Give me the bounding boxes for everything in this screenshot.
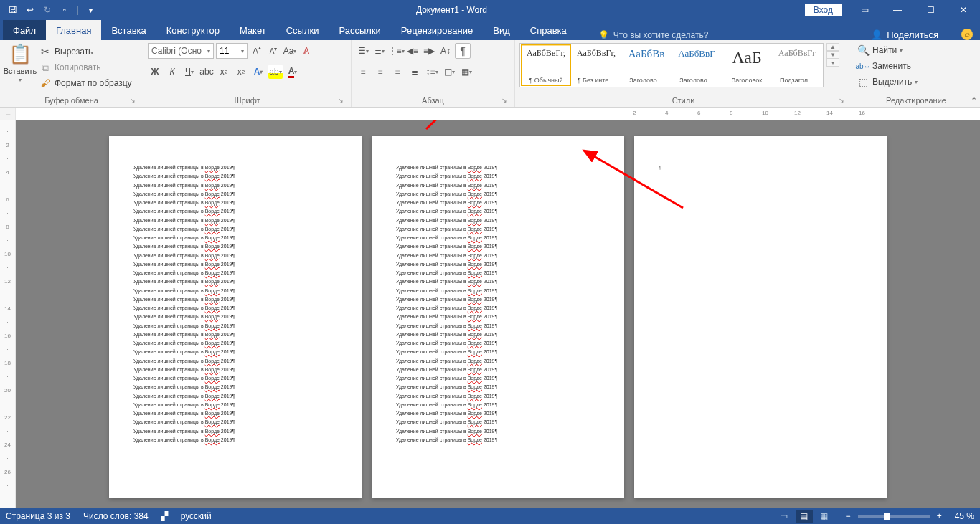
text-line[interactable]: Удаление лишней страницы в Ворде 2019¶	[396, 374, 600, 383]
text-line[interactable]: Удаление лишней страницы в Ворде 2019¶	[396, 339, 600, 348]
bold-icon[interactable]: Ж	[148, 65, 162, 79]
undo-icon[interactable]: ↩	[22, 1, 39, 19]
text-line[interactable]: Удаление лишней страницы в Ворде 2019¶	[396, 260, 600, 269]
zoom-in-button[interactable]: +	[937, 511, 942, 521]
text-line[interactable]: Удаление лишней страницы в Ворде 2019¶	[396, 357, 600, 366]
proofing-icon[interactable]: ▞	[161, 511, 168, 521]
show-paragraph-marks-icon[interactable]: ¶	[455, 43, 471, 59]
text-line[interactable]: Удаление лишней страницы в Ворде 2019¶	[133, 295, 337, 304]
text-line[interactable]: Удаление лишней страницы в Ворде 2019¶	[396, 287, 600, 295]
increase-indent-icon[interactable]: ≡▶	[422, 44, 436, 58]
new-doc-icon[interactable]: ▫	[56, 1, 73, 19]
text-line[interactable]: Удаление лишней страницы в Ворде 2019¶	[133, 357, 337, 366]
align-left-icon[interactable]: ≡	[356, 65, 370, 79]
text-line[interactable]: Удаление лишней страницы в Ворде 2019¶	[396, 163, 600, 172]
font-size-select[interactable]: 11▾	[216, 43, 248, 59]
text-line[interactable]: Удаление лишней страницы в Ворде 2019¶	[133, 401, 337, 409]
styles-expand-icon[interactable]: ▾	[826, 59, 839, 67]
text-line[interactable]: Удаление лишней страницы в Ворде 2019¶	[396, 207, 600, 216]
shading-icon[interactable]: ◫▾	[442, 65, 456, 79]
text-line[interactable]: Удаление лишней страницы в Ворде 2019¶	[133, 374, 337, 383]
page-2[interactable]: Удаление лишней страницы в Ворде 2019¶Уд…	[372, 136, 624, 498]
text-line[interactable]: Удаление лишней страницы в Ворде 2019¶	[396, 216, 600, 225]
language-indicator[interactable]: русский	[181, 511, 212, 521]
text-line[interactable]: Удаление лишней страницы в Ворде 2019¶	[396, 348, 600, 356]
text-line[interactable]: Удаление лишней страницы в Ворде 2019¶	[133, 313, 337, 321]
style-item[interactable]: АаБбВвГЗаголово…	[672, 44, 722, 86]
tab-view[interactable]: Вид	[483, 20, 520, 40]
print-layout-icon[interactable]: ▤	[796, 510, 813, 523]
format-painter-button[interactable]: 🖌Формат по образцу	[39, 76, 132, 90]
text-line[interactable]: Удаление лишней страницы в Ворде 2019¶	[396, 418, 600, 427]
text-line[interactable]: Удаление лишней страницы в Ворде 2019¶	[396, 242, 600, 251]
word-count[interactable]: Число слов: 384	[83, 511, 149, 521]
text-line[interactable]: Удаление лишней страницы в Ворде 2019¶	[133, 207, 337, 216]
maximize-icon[interactable]: ☐	[914, 0, 947, 20]
text-line[interactable]: Удаление лишней страницы в Ворде 2019¶	[133, 409, 337, 418]
page-3[interactable]: ¶	[634, 136, 887, 498]
strikethrough-icon[interactable]: abc	[199, 65, 214, 79]
text-line[interactable]: Удаление лишней страницы в Ворде 2019¶	[396, 392, 600, 401]
collapse-ribbon-icon[interactable]: ⌃	[971, 96, 977, 105]
paste-button[interactable]: 📋 Вставить ▾	[4, 43, 36, 83]
select-button[interactable]: ⬚Выделить ▾	[857, 75, 918, 89]
horizontal-ruler-scale[interactable]: 2··4··6··8··10··12··14··16	[16, 108, 980, 120]
tab-help[interactable]: Справка	[520, 20, 577, 40]
tab-insert[interactable]: Вставка	[101, 20, 156, 40]
feedback-icon[interactable]: ☺	[961, 29, 973, 40]
text-line[interactable]: Удаление лишней страницы в Ворде 2019¶	[133, 392, 337, 401]
text-line[interactable]: Удаление лишней страницы в Ворде 2019¶	[133, 287, 337, 295]
text-line[interactable]: Удаление лишней страницы в Ворде 2019¶	[133, 304, 337, 313]
justify-icon[interactable]: ≣	[407, 65, 422, 79]
style-item[interactable]: АаБбВвГгПодзагол…	[772, 44, 822, 86]
change-case-icon[interactable]: Aa▾	[283, 44, 297, 58]
text-line[interactable]: Удаление лишней страницы в Ворде 2019¶	[396, 295, 600, 304]
text-line[interactable]: Удаление лишней страницы в Ворде 2019¶	[396, 277, 600, 286]
zoom-out-button[interactable]: −	[846, 511, 851, 521]
style-item[interactable]: АаБЗаголовок	[722, 44, 772, 86]
text-line[interactable]: Удаление лишней страницы в Ворде 2019¶	[396, 409, 600, 418]
ribbon-display-icon[interactable]: ▭	[848, 0, 881, 20]
text-line[interactable]: Удаление лишней страницы в Ворде 2019¶	[396, 304, 600, 313]
text-line[interactable]: Удаление лишней страницы в Ворде 2019¶	[133, 322, 337, 330]
bullets-icon[interactable]: ☰▾	[356, 44, 370, 58]
tab-review[interactable]: Рецензирование	[391, 20, 483, 40]
numbering-icon[interactable]: ≣▾	[372, 44, 387, 58]
text-line[interactable]: Удаление лишней страницы в Ворде 2019¶	[133, 252, 337, 260]
zoom-level[interactable]: 45 %	[955, 511, 974, 521]
text-line[interactable]: Удаление лишней страницы в Ворде 2019¶	[133, 163, 337, 172]
document-canvas[interactable]: Удаление лишней страницы в Ворде 2019¶Уд…	[16, 120, 980, 508]
text-line[interactable]: Удаление лишней страницы в Ворде 2019¶	[396, 234, 600, 242]
text-line[interactable]: Удаление лишней страницы в Ворде 2019¶	[396, 313, 600, 321]
ruler-corner-icon[interactable]: ⌙	[0, 108, 16, 120]
text-line[interactable]: Удаление лишней страницы в Ворде 2019¶	[133, 199, 337, 207]
zoom-slider[interactable]	[858, 515, 930, 518]
paragraph-dialog-launcher-icon[interactable]: ↘	[500, 97, 509, 105]
text-line[interactable]: Удаление лишней страницы в Ворде 2019¶	[133, 366, 337, 374]
text-line[interactable]: Удаление лишней страницы в Ворде 2019¶	[133, 427, 337, 436]
text-line[interactable]: Удаление лишней страницы в Ворде 2019¶	[133, 330, 337, 339]
text-line[interactable]: Удаление лишней страницы в Ворде 2019¶	[133, 436, 337, 444]
text-line[interactable]: Удаление лишней страницы в Ворде 2019¶	[133, 216, 337, 225]
italic-icon[interactable]: К	[165, 65, 179, 79]
text-line[interactable]: Удаление лишней страницы в Ворде 2019¶	[133, 348, 337, 356]
clipboard-dialog-launcher-icon[interactable]: ↘	[128, 97, 137, 105]
text-line[interactable]: Удаление лишней страницы в Ворде 2019¶	[396, 401, 600, 409]
text-line[interactable]: Удаление лишней страницы в Ворде 2019¶	[396, 322, 600, 330]
grow-font-icon[interactable]: A▴	[250, 44, 264, 58]
text-line[interactable]: Удаление лишней страницы в Ворде 2019¶	[396, 181, 600, 190]
text-line[interactable]: Удаление лишней страницы в Ворде 2019¶	[396, 436, 600, 444]
text-line[interactable]: Удаление лишней страницы в Ворде 2019¶	[133, 339, 337, 348]
tab-file[interactable]: Файл	[3, 20, 46, 40]
text-line[interactable]: Удаление лишней страницы в Ворде 2019¶	[133, 181, 337, 190]
text-line[interactable]: Удаление лишней страницы в Ворде 2019¶	[396, 172, 600, 181]
text-line[interactable]: Удаление лишней страницы в Ворде 2019¶	[396, 199, 600, 207]
text-line[interactable]: Удаление лишней страницы в Ворде 2019¶	[133, 418, 337, 427]
tab-layout[interactable]: Макет	[230, 20, 276, 40]
highlight-icon[interactable]: ab▾	[268, 65, 283, 79]
text-line[interactable]: Удаление лишней страницы в Ворде 2019¶	[396, 225, 600, 234]
shrink-font-icon[interactable]: A▾	[266, 44, 281, 58]
text-line[interactable]: Удаление лишней страницы в Ворде 2019¶	[133, 269, 337, 277]
close-icon[interactable]: ✕	[947, 0, 980, 20]
text-line[interactable]: Удаление лишней страницы в Ворде 2019¶	[396, 252, 600, 260]
